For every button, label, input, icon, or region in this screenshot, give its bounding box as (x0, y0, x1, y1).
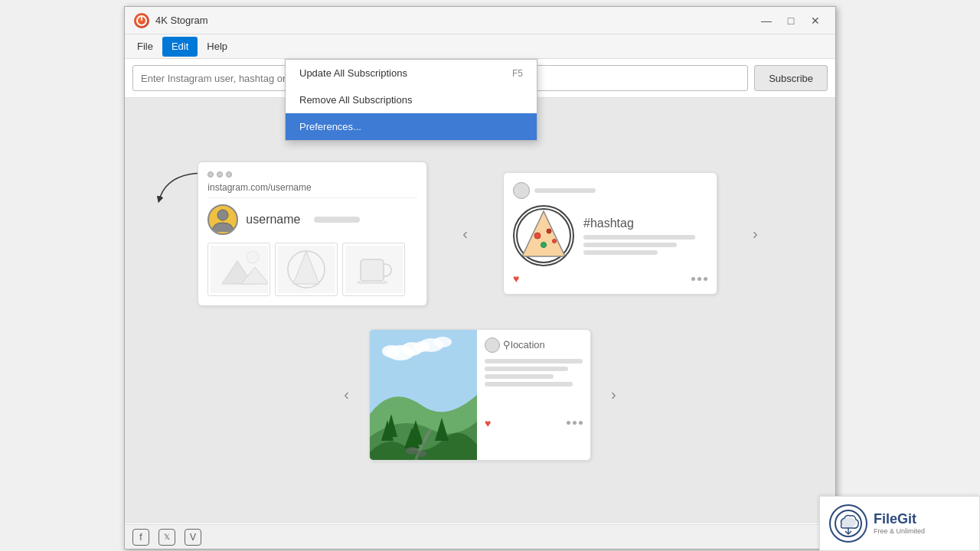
cards-row-top: instagram.com/username username (198, 161, 762, 306)
svg-rect-11 (357, 281, 387, 284)
svg-point-13 (534, 233, 541, 239)
location-row: ‹ (339, 329, 620, 461)
hashtag-bars (583, 235, 707, 255)
location-bars (485, 359, 583, 386)
hashtag-info: #hashtag (583, 217, 707, 255)
svg-point-30 (417, 451, 426, 457)
hashtag-card-footer: ♥ (513, 272, 707, 285)
filegit-logo (829, 504, 867, 543)
vimeo-icon[interactable]: V (185, 529, 201, 546)
dot-2 (217, 171, 223, 178)
location-avatar (485, 337, 500, 353)
hbar-2 (583, 243, 677, 247)
app-window: 4K Stogram — □ ✕ File Edit Help Subscrib… (124, 6, 836, 549)
dot-menu (691, 277, 707, 281)
mini-avatar (513, 182, 530, 199)
svg-point-2 (217, 210, 228, 220)
minimize-button[interactable]: — (756, 11, 777, 30)
ldot-2 (573, 421, 577, 425)
svg-rect-10 (361, 259, 384, 281)
location-image (370, 330, 477, 460)
lbar-2 (485, 367, 568, 371)
location-info: ⚲location ♥ (477, 330, 590, 460)
carousel-left-arrow[interactable]: ‹ (458, 217, 472, 250)
card-profile: username (207, 204, 417, 235)
filegit-name: FileGit (874, 512, 925, 527)
dot-3 (704, 277, 707, 281)
edit-dropdown-menu: Update All Subscriptions F5 Remove All S… (285, 59, 537, 141)
filegit-tagline: Free & Unlimited (874, 527, 925, 535)
statusbar: f 𝕏 V (125, 524, 835, 549)
svg-point-14 (547, 229, 551, 233)
main-content: instagram.com/username username (125, 98, 835, 523)
svg-point-23 (413, 341, 430, 352)
dot-1 (207, 171, 214, 178)
app-icon (134, 13, 149, 28)
ldot-1 (567, 421, 570, 425)
svg-point-16 (553, 240, 557, 243)
card-images (207, 243, 417, 296)
menubar: File Edit Help (125, 34, 835, 59)
hbar-1 (583, 235, 695, 240)
carousel-right-arrow[interactable]: › (748, 217, 763, 250)
svg-point-6 (247, 251, 259, 263)
svg-point-20 (382, 345, 400, 357)
dot-1 (691, 277, 695, 281)
pizza-thumb (275, 243, 338, 296)
maximize-button[interactable]: □ (780, 11, 802, 30)
menu-preferences[interactable]: Preferences... (286, 113, 537, 140)
lbar-4 (485, 382, 573, 386)
hbar-3 (583, 250, 658, 255)
close-button[interactable]: ✕ (805, 11, 826, 30)
card-dots (207, 171, 417, 178)
menu-edit[interactable]: Edit (162, 37, 198, 57)
location-right-arrow[interactable]: › (606, 378, 621, 411)
location-dot-menu (567, 421, 583, 425)
menu-file[interactable]: File (128, 37, 162, 57)
location-name: ⚲location (485, 337, 583, 353)
menu-remove-all[interactable]: Remove All Subscriptions (286, 86, 537, 113)
svg-point-22 (433, 337, 452, 347)
hashtag-circle (513, 205, 574, 266)
mini-bar-1 (534, 188, 596, 193)
card-url: instagram.com/username (207, 182, 417, 198)
lbar-1 (485, 359, 583, 364)
username-card: instagram.com/username username (198, 161, 427, 306)
hashtag-content: #hashtag (513, 205, 707, 266)
landscape-thumb (207, 243, 270, 296)
menu-update-all[interactable]: Update All Subscriptions F5 (286, 60, 537, 86)
coffee-thumb (342, 243, 405, 296)
heart-icon: ♥ (513, 272, 519, 285)
facebook-icon[interactable]: f (132, 529, 149, 546)
lbar-3 (485, 374, 554, 379)
ldot-3 (579, 421, 583, 425)
filegit-badge: FileGit Free & Unlimited (819, 496, 980, 551)
profile-avatar (207, 204, 238, 235)
hashtag-mini-profile (513, 182, 707, 199)
svg-point-29 (406, 447, 418, 455)
profile-name: username (246, 213, 300, 227)
window-title: 4K Stogram (155, 15, 756, 26)
filegit-text-block: FileGit Free & Unlimited (874, 512, 925, 535)
menu-help[interactable]: Help (198, 37, 237, 57)
twitter-icon[interactable]: 𝕏 (158, 529, 175, 546)
location-card-footer: ♥ (485, 417, 583, 429)
titlebar: 4K Stogram — □ ✕ (125, 7, 835, 34)
profile-bar (314, 217, 360, 223)
location-left-arrow[interactable]: ‹ (339, 378, 354, 411)
hashtag-card: #hashtag ♥ (503, 172, 717, 295)
location-card: ⚲location ♥ (369, 329, 591, 461)
dot-3 (226, 171, 232, 178)
svg-point-15 (541, 243, 547, 248)
hashtag-label: #hashtag (583, 217, 707, 230)
subscribe-button[interactable]: Subscribe (754, 65, 828, 91)
location-heart-icon: ♥ (485, 417, 491, 429)
dot-2 (697, 277, 701, 281)
window-controls: — □ ✕ (756, 11, 826, 30)
